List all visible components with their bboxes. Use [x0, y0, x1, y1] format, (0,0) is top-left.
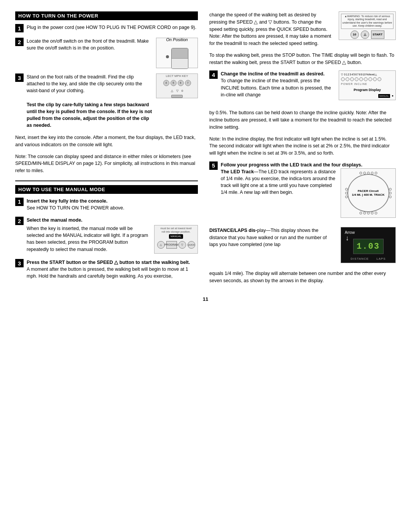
pdot-r2 [389, 192, 392, 194]
section2-header: HOW TO USE THE MANUAL MODE [15, 185, 198, 194]
console-btn-down: ▽ [178, 241, 186, 249]
incline-n8: 7 [357, 73, 358, 77]
incline-n4: 3 [350, 73, 351, 77]
step2-text: Locate the on/off switch on the front of… [27, 38, 152, 51]
incline-n7: 6 [355, 73, 357, 77]
step-m2-illustration: must be set at lowest levelroll into sto… [154, 225, 198, 254]
step-m1-text: See HOW TO TURN ON THE POWER above. [27, 204, 198, 211]
laps-label: LAPS [376, 257, 386, 260]
console-btn-program: PROGRAM [166, 241, 177, 249]
incline-n2: 1 [346, 73, 347, 77]
incline-ind-8 [373, 77, 377, 81]
step-m1-block: 1 Insert the key fully into the console.… [15, 198, 198, 211]
para2: Note: The console can display speed and … [15, 153, 198, 174]
pdot-l1 [345, 188, 348, 190]
console-manual-badge: MANUAL [169, 234, 183, 239]
pacer-circuit-illustration: PACER Circuit 1/4 MI. | 400 M. TRACK [341, 168, 396, 218]
pdot-b5 [374, 212, 377, 214]
speed-btn-10: 10 [350, 30, 359, 39]
incline-ind-9 [378, 77, 381, 81]
page-number: 11 [15, 296, 396, 302]
step4-number: 4 [209, 70, 218, 79]
incline-n6: 5 [354, 73, 355, 77]
program-display-label: Program Display [341, 88, 393, 93]
step3-illustration: LECT MPH KEY 4 5 6 7 △ ▽ 0 [156, 73, 198, 98]
incline-arrow: △ [375, 73, 377, 77]
step-m2-text: When the key is inserted, the manual mod… [27, 225, 150, 253]
incline-numbers-row: ▽ 0 1 2 3 4 5 6 7 8 9 10 %/level △ [341, 73, 393, 77]
section-divider [15, 181, 198, 181]
incline-ind-2 [346, 77, 349, 81]
key-clip [171, 95, 183, 98]
arrow-symbol: ↓ [346, 234, 349, 242]
speed-panel-illustration: ▲WARNING: To reduce risk of serious inju… [339, 11, 396, 40]
step3-pre-text: Stand on the foot rails of the treadmill… [27, 74, 142, 93]
step-m2-number: 2 [15, 217, 24, 225]
step-m1-bold: Insert the key fully into the console. [27, 198, 198, 204]
switch-top [172, 48, 188, 59]
console-manual-row: MANUAL [169, 234, 183, 239]
pacer-dots-right [389, 188, 392, 198]
para-stop: To stop the walking belt, press the STOP… [209, 52, 396, 66]
incline-ind-6 [364, 77, 368, 81]
pacer-dots-left [345, 188, 348, 198]
distance-text-block: DISTANCE/LAPS dis-play—This display show… [209, 227, 332, 248]
step4-bold: Change the incline of the treadmill as d… [221, 71, 325, 77]
step2-block: 2 Locate the on/off switch on the front … [15, 38, 198, 68]
console-buttons-row: △ PROGRAM ▽ QUICK [157, 241, 195, 249]
step3-bold-text: Test the clip by care-fully taking a few… [27, 102, 152, 128]
warning-text: ▲WARNING: To reduce risk of serious inju… [341, 14, 393, 29]
pdot-t4 [371, 172, 373, 174]
key-arrows-row: △ ▽ 0 [171, 89, 183, 93]
pdot-t3 [367, 172, 370, 174]
step5-block: 5 Follow your progress with the LED trac… [209, 161, 396, 222]
console-btn-up: △ [157, 241, 165, 249]
incline-ind-4 [355, 77, 358, 81]
step-m3-number: 3 [15, 259, 24, 267]
para1: Next, insert the key into the console. A… [15, 134, 198, 149]
pacer-dots-bottom [359, 212, 377, 214]
incline-ind-1 [341, 77, 345, 81]
key-btn-4: 4 [163, 80, 169, 86]
step3-number: 3 [15, 73, 24, 82]
led-track-section: The LED Track—The LED track represents a… [221, 168, 337, 196]
distance-display-illustration: Arrow ↓ 1.03 DISTANCE LAPS [341, 227, 396, 263]
step3-block: 3 Stand on the foot rails of the treadmi… [15, 73, 198, 129]
incline-n1: 0 [344, 73, 346, 77]
key-panel-label: LECT MPH KEY [166, 74, 188, 78]
distance-section: DISTANCE/LAPS dis-play—This display show… [209, 227, 396, 267]
para-distance: equals 1/4 mile). The display will alter… [209, 270, 396, 284]
section1-header: HOW TO TURN ON THE POWER [15, 11, 198, 20]
power-incline-text: POWER INCLINE [341, 82, 393, 86]
incline-ind-5 [359, 77, 363, 81]
pdot-l3 [345, 195, 348, 198]
step4-block: 4 Change the incline of the treadmill as… [209, 70, 396, 104]
distance-para: DISTANCE/LAPS dis-play—This display show… [209, 227, 332, 248]
para-incline1: by 0.5%. The buttons can be held down to… [209, 109, 396, 131]
pdot-t2 [363, 172, 366, 174]
lcd-display: 1.03 [353, 239, 384, 254]
step-m3-bold: Press the START button or the SPEED △ bu… [27, 260, 190, 265]
incline-ind-3 [350, 77, 354, 81]
step-m2-block: 2 Select the manual mode. When the key i… [15, 217, 198, 254]
pdot-t5 [374, 172, 377, 174]
manual-indicator: MANUAL [378, 94, 390, 98]
step4-content: Change the incline of the treadmill as d… [221, 70, 396, 104]
switch-body [171, 48, 188, 69]
incline-number-0: ▽ [341, 73, 343, 77]
incline-indicators-row [341, 77, 393, 81]
console-top-text: must be set at lowest levelroll into sto… [160, 227, 191, 233]
incline-n3: 2 [348, 73, 349, 77]
led-track-title: The LED Track [221, 169, 254, 174]
incline-n9: 8 [359, 73, 360, 77]
step5-number: 5 [209, 161, 218, 170]
incline-n10: 9 [361, 73, 362, 77]
para-incline2: Note: In the incline display, the first … [209, 136, 396, 157]
program-display-illustration: ▽ 0 1 2 3 4 5 6 7 8 9 10 %/level △ [339, 70, 396, 100]
key-buttons-row: 4 5 6 7 [163, 80, 191, 86]
distance-label: DISTANCE [350, 257, 369, 260]
pdot-b3 [367, 212, 370, 214]
key-arrow-down: ▽ [176, 89, 178, 93]
switch-illustration: On Position [156, 38, 198, 68]
step2-with-image: Locate the on/off switch on the front of… [27, 38, 198, 68]
